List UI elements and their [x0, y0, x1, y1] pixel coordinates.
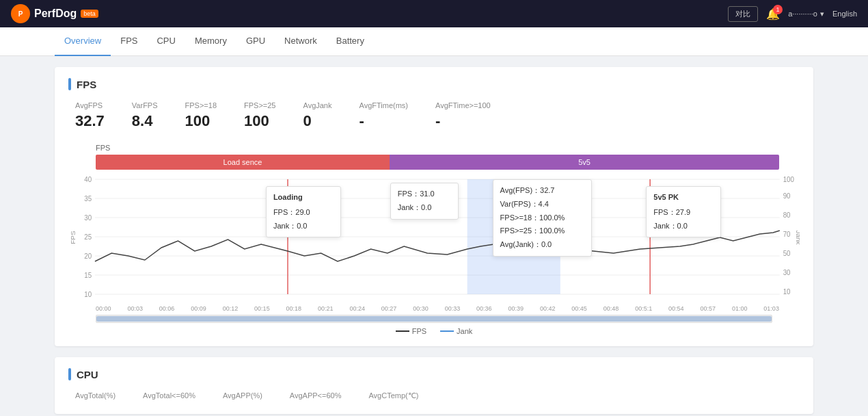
scene-5v5: 5v5	[390, 155, 779, 170]
main-content: FPS AvgFPS 32.7 VarFPS 8.4 FPS>=18 100 F…	[0, 56, 868, 416]
svg-text:70: 70	[783, 231, 791, 238]
fps-chart-svg: 40 35 30 25 20 15 10 100 90 80 70 50 30 …	[68, 172, 800, 302]
user-name: a··········o	[788, 10, 817, 18]
fps-stats-row: AvgFPS 32.7 VarFPS 8.4 FPS>=18 100 FPS>=…	[68, 101, 800, 130]
cpu-section-title: CPU	[68, 368, 800, 380]
language-switcher[interactable]: English	[832, 10, 857, 18]
stat-avgctemp: AvgCTemp(℃)	[368, 391, 418, 400]
svg-text:40: 40	[84, 176, 92, 183]
stat-fps18: FPS>=18 100	[185, 101, 217, 130]
svg-text:30: 30	[783, 269, 791, 276]
bell-icon[interactable]: 🔔 1	[766, 8, 780, 21]
svg-text:Jank: Jank	[795, 230, 800, 244]
stat-avgapp: AvgAPP(%)	[223, 391, 262, 400]
svg-text:10: 10	[84, 291, 92, 298]
stat-avgfps: AvgFPS 32.7	[75, 101, 105, 130]
cpu-card: CPU AvgTotal(%) AvgTotal<=60% AvgAPP(%) …	[55, 357, 813, 414]
scene-load: Load sence	[96, 155, 390, 170]
svg-text:90: 90	[783, 192, 791, 200]
nav-item-battery[interactable]: Battery	[327, 27, 374, 56]
svg-text:30: 30	[84, 214, 92, 222]
legend-jank-line	[440, 330, 454, 332]
user-dropdown-icon: ▾	[820, 10, 824, 18]
stat-varfps: VarFPS 8.4	[132, 101, 158, 130]
chart-legend: FPS Jank	[68, 327, 800, 335]
svg-text:80: 80	[783, 211, 791, 219]
stat-avgtotal: AvgTotal(%)	[75, 391, 116, 400]
legend-fps-line	[396, 330, 409, 332]
scene-bar: Load sence 5v5	[96, 155, 779, 170]
stat-avgftime: AvgFTime(ms) -	[360, 101, 409, 130]
legend-fps: FPS	[396, 327, 426, 335]
chart-scrollbar[interactable]	[96, 315, 772, 323]
logo-icon: P	[11, 4, 30, 23]
x-axis-labels: 00:00 00:03 00:06 00:09 00:12 00:15 00:1…	[68, 304, 800, 312]
svg-text:10: 10	[783, 288, 791, 296]
svg-text:20: 20	[84, 252, 92, 260]
header-right: 对比 🔔 1 a··········o ▾ English	[728, 6, 857, 22]
stat-avgtotal60: AvgTotal<=60%	[143, 391, 195, 400]
navigation: Overview FPS CPU Memory GPU Network Batt…	[0, 27, 868, 56]
svg-text:25: 25	[84, 233, 92, 241]
fps-chart-label: FPS	[68, 144, 800, 152]
stat-avgapp60: AvgAPP<=60%	[290, 391, 342, 400]
notification-badge: 1	[773, 5, 783, 14]
svg-text:15: 15	[84, 272, 92, 279]
scrollbar-thumb	[96, 316, 772, 322]
stat-avgjank: AvgJank 0	[303, 101, 332, 130]
header: P PerfDog beta 对比 🔔 1 a··········o ▾ Eng…	[0, 0, 868, 27]
nav-item-memory[interactable]: Memory	[185, 27, 236, 56]
header-left: P PerfDog beta	[11, 4, 98, 23]
fps-chart[interactable]: 40 35 30 25 20 15 10 100 90 80 70 50 30 …	[68, 172, 800, 302]
user-menu[interactable]: a··········o ▾	[788, 10, 824, 18]
svg-text:35: 35	[84, 195, 92, 203]
svg-text:FPS: FPS	[69, 231, 77, 244]
nav-item-overview[interactable]: Overview	[55, 27, 111, 56]
logo: P PerfDog beta	[11, 4, 98, 23]
selection-highlight	[467, 179, 560, 294]
nav-item-gpu[interactable]: GPU	[236, 27, 275, 56]
contrast-button[interactable]: 对比	[728, 6, 758, 22]
stat-avgftime100: AvgFTime>=100 -	[435, 101, 491, 130]
beta-badge: beta	[81, 10, 98, 18]
fps-card: FPS AvgFPS 32.7 VarFPS 8.4 FPS>=18 100 F…	[55, 67, 813, 346]
fps-section-title: FPS	[68, 78, 800, 90]
svg-text:100: 100	[783, 176, 795, 183]
fps-line	[95, 231, 780, 261]
logo-text: PerfDog	[34, 8, 77, 20]
nav-item-network[interactable]: Network	[275, 27, 327, 56]
stat-fps25: FPS>=25 100	[244, 101, 275, 130]
cpu-stats-row: AvgTotal(%) AvgTotal<=60% AvgAPP(%) AvgA…	[68, 391, 800, 400]
svg-text:50: 50	[783, 250, 791, 257]
nav-item-fps[interactable]: FPS	[111, 27, 147, 56]
nav-item-cpu[interactable]: CPU	[147, 27, 185, 56]
legend-jank: Jank	[440, 327, 472, 335]
